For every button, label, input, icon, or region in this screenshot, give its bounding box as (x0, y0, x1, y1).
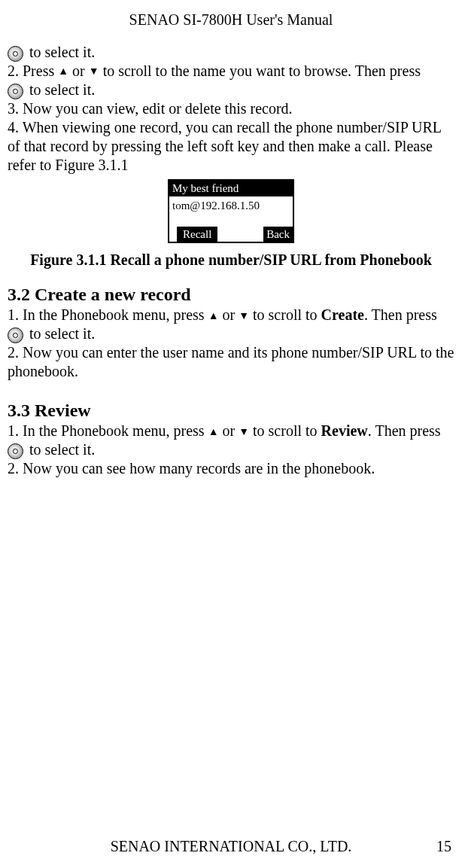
sec32-step1: 1. In the Phonebook menu, press ▲ or ▼ t… (8, 306, 454, 324)
create-keyword: Create (321, 306, 364, 323)
sec33-step2-text: 2. Now you can see how many records are … (8, 460, 375, 477)
phone-screen-figure: My best friend tom@192.168.1.50 Recall B… (168, 179, 294, 243)
sec33-step1-cont: to select it. (8, 440, 454, 459)
step4: 4. When viewing one record, you can reca… (8, 118, 454, 175)
page-number: 15 (436, 837, 451, 856)
then-press-text-2: . Then press (368, 422, 441, 439)
step2: 2. Press ▲ or ▼ to scroll to the name yo… (8, 62, 454, 81)
step1-continuation: to select it. (8, 43, 454, 62)
review-keyword: Review (321, 422, 368, 439)
sec33-step1: 1. In the Phonebook menu, press ▲ or ▼ t… (8, 422, 454, 440)
step2-suffix: to scroll to the name you want to browse… (99, 62, 421, 79)
step1-text: to select it. (26, 44, 95, 60)
up-arrow-icon: ▲ (58, 66, 68, 77)
dial-button-icon (8, 443, 23, 459)
sec33-select-text: to select it. (26, 441, 95, 458)
or-text: or (68, 62, 89, 79)
then-press-text: . Then press (364, 306, 437, 323)
dial-button-icon (8, 84, 23, 99)
or-text: or (219, 306, 239, 323)
step2-tail: to select it. (26, 81, 95, 98)
step4-text: 4. When viewing one record, you can reca… (8, 119, 441, 173)
sec32-step1-cont: to select it. (8, 324, 454, 343)
footer-company: SENAO INTERNATIONAL CO., LTD. (111, 838, 352, 854)
step3: 3. Now you can view, edit or delete this… (8, 99, 454, 118)
spacer (8, 381, 454, 394)
up-arrow-icon: ▲ (208, 311, 219, 321)
down-arrow-icon: ▼ (239, 311, 249, 321)
sec32-step2: 2. Now you can enter the user name and i… (8, 343, 454, 381)
sec33-step1-mid: to scroll to (249, 422, 321, 439)
figure-back-softkey: Back (263, 227, 293, 242)
figure-softkeys: Recall Back (169, 227, 293, 242)
down-arrow-icon: ▼ (239, 427, 249, 437)
figure-recall-softkey: Recall (177, 227, 217, 242)
document-title: SENAO SI-7800H User's Manual (129, 11, 333, 28)
dial-button-icon (8, 46, 23, 62)
figure-sip-url: tom@192.168.1.50 (169, 196, 293, 227)
up-arrow-icon: ▲ (208, 427, 219, 437)
section-3-3-heading: 3.3 Review (8, 399, 454, 422)
sec32-step1-mid: to scroll to (249, 306, 321, 323)
step2-prefix: 2. Press (8, 62, 58, 79)
sec33-step2: 2. Now you can see how many records are … (8, 459, 454, 478)
sec32-step1-prefix: 1. In the Phonebook menu, press (8, 306, 208, 323)
or-text: or (219, 422, 239, 439)
down-arrow-icon: ▼ (89, 66, 99, 77)
dial-button-icon (8, 327, 23, 343)
document-header: SENAO SI-7800H User's Manual (8, 11, 454, 29)
step3-text: 3. Now you can view, edit or delete this… (8, 100, 293, 117)
sec32-select-text: to select it. (26, 325, 95, 342)
step2-cont: to select it. (8, 81, 454, 99)
sec32-step2-text: 2. Now you can enter the user name and i… (8, 344, 454, 379)
document-footer: SENAO INTERNATIONAL CO., LTD. 15 (0, 837, 462, 856)
figure-contact-name: My best friend (169, 181, 293, 196)
sec33-step1-prefix: 1. In the Phonebook menu, press (8, 422, 208, 439)
figure-caption: Figure 3.1.1 Recall a phone number/SIP U… (8, 251, 454, 270)
section-3-2-heading: 3.2 Create a new record (8, 283, 454, 306)
